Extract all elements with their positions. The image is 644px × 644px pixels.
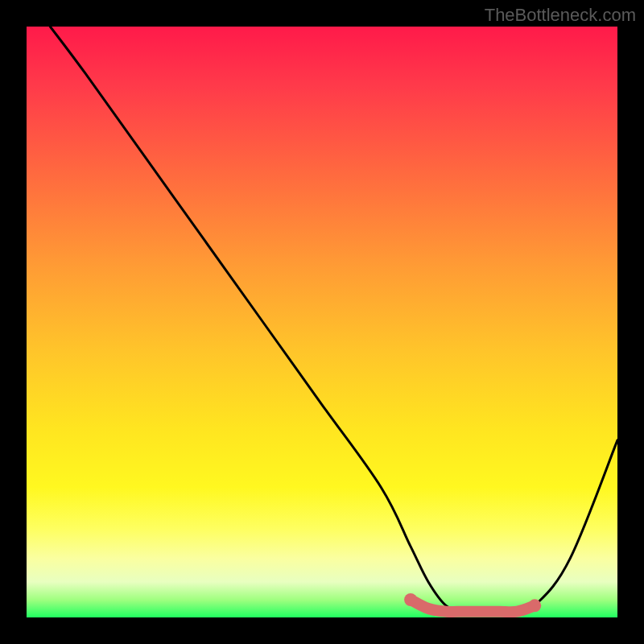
bottleneck-curve-path	[50, 27, 617, 612]
watermark-label: TheBottleneck.com	[485, 5, 636, 26]
marker-dot	[404, 593, 417, 606]
marker-dot	[528, 599, 541, 612]
chart-container: TheBottleneck.com	[0, 0, 644, 644]
curve-overlay	[27, 27, 617, 617]
marker-band-path	[411, 600, 535, 612]
